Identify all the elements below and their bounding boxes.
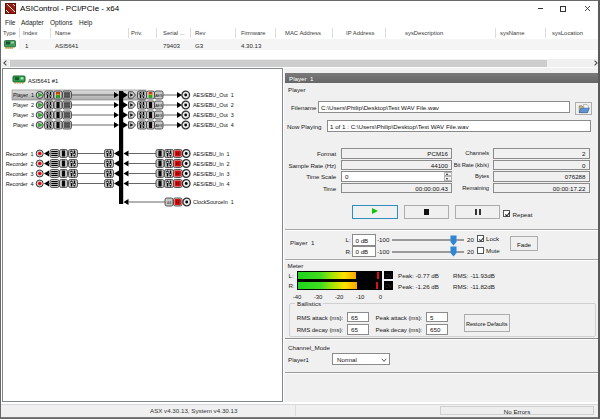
svg-text:ASI5641 #1: ASI5641 #1 — [28, 78, 58, 84]
svg-text:Player 1: Player 1 — [13, 92, 34, 98]
svg-text:AES/EBU_Out 2: AES/EBU_Out 2 — [193, 102, 234, 108]
svg-text:Recorder 1: Recorder 1 — [6, 151, 34, 157]
svg-text:Player 2: Player 2 — [13, 102, 34, 108]
svg-text:AES/EBU_In 3: AES/EBU_In 3 — [193, 171, 230, 177]
svg-text:Player 4: Player 4 — [13, 122, 34, 128]
svg-text:Recorder 3: Recorder 3 — [6, 171, 34, 177]
svg-text:AES/EBU_Out 4: AES/EBU_Out 4 — [193, 122, 234, 128]
svg-text:Player 3: Player 3 — [13, 112, 34, 118]
svg-text:ClockSourceIn 1: ClockSourceIn 1 — [193, 199, 234, 205]
svg-text:Recorder 4: Recorder 4 — [6, 181, 34, 187]
svg-text:Recorder 2: Recorder 2 — [6, 161, 34, 167]
svg-text:AES/EBU_Out 3: AES/EBU_Out 3 — [193, 112, 234, 118]
svg-text:AES/EBU_In 2: AES/EBU_In 2 — [193, 161, 230, 167]
svg-text:AES/EBU_In 1: AES/EBU_In 1 — [193, 151, 230, 157]
svg-text:AES/EBU_In 4: AES/EBU_In 4 — [193, 181, 230, 187]
svg-text:AES/EBU_Out 1: AES/EBU_Out 1 — [193, 92, 234, 98]
